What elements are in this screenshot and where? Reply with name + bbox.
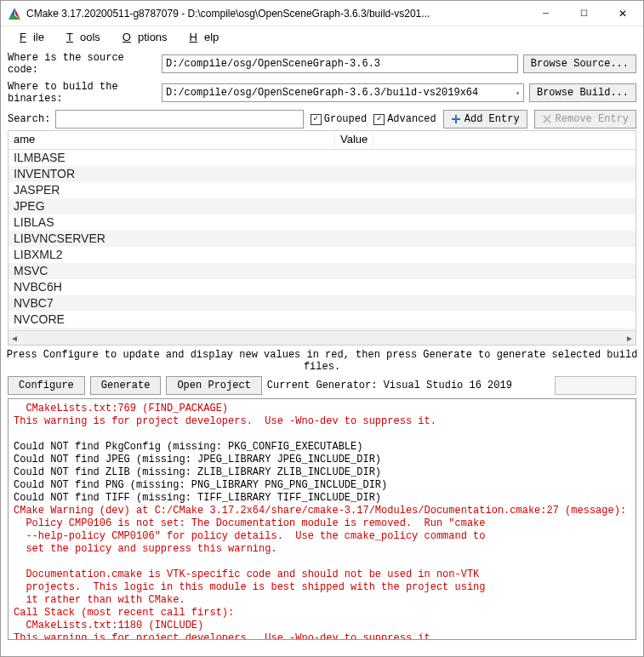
window-title: CMake 3.17.20200511-g8787079 - D:\compil… [26,8,527,20]
configure-button[interactable]: Configure [8,376,85,395]
close-button[interactable]: ✕ [603,1,641,26]
advanced-label: Advanced [387,113,436,125]
hint-text: Press Configure to update and display ne… [1,346,643,376]
log-line: --help-policy CMP0106" for policy detail… [14,530,486,542]
scroll-left-icon[interactable]: ◄ [10,334,19,343]
remove-entry-button[interactable]: Remove Entry [534,110,636,129]
log-line: Could NOT find JPEG (missing: JPEG_LIBRA… [14,454,381,466]
search-row: Search: ✓ Grouped ✓ Advanced Add Entry R… [8,110,636,129]
add-entry-label: Add Entry [464,113,520,125]
cache-table: ame Value ILMBASE INVENTOR JASPER JPEG L… [8,130,636,346]
action-row: Configure Generate Open Project Current … [1,376,643,395]
build-row: Where to build the binaries: D:/compile/… [8,81,636,105]
table-row[interactable]: MSVC [9,263,635,279]
log-line: Could NOT find TIFF (missing: TIFF_LIBRA… [14,492,381,504]
horizontal-scrollbar[interactable]: ◄ ► [9,330,635,345]
progress-well [555,376,636,395]
log-line: projects. This logic in this module is b… [14,581,486,593]
generate-button[interactable]: Generate [90,376,162,395]
svg-rect-4 [452,118,460,120]
table-row[interactable]: NVBC7 [9,295,635,311]
source-path-input[interactable] [162,54,518,73]
table-row[interactable]: JASPER [9,182,635,198]
grouped-checkbox[interactable]: ✓ Grouped [311,113,367,125]
log-line: CMake Warning (dev) at C:/CMake 3.17.2x6… [14,505,626,517]
log-line: Policy CMP0106 is not set: The Documenta… [14,517,486,529]
log-line: Could NOT find ZLIB (missing: ZLIB_LIBRA… [14,466,381,478]
log-line: Could NOT find PNG (missing: PNG_LIBRARY… [14,479,387,491]
log-line: This warning is for project developers. … [14,415,436,427]
menu-tools[interactable]: Tools [53,29,107,45]
browse-source-button[interactable]: Browse Source... [523,54,636,73]
col-name[interactable]: ame [9,131,335,149]
log-line: Call Stack (most recent call first): [14,607,234,619]
table-row[interactable]: LIBVNCSERVER [9,231,635,247]
grouped-label: Grouped [324,113,367,125]
minimize-button[interactable]: ─ [527,1,565,26]
delete-icon [542,114,552,124]
build-path-combo[interactable]: D:/compile/osg/OpenSceneGraph-3.6.3/buil… [162,83,524,102]
table-row[interactable]: LIBLAS [9,214,635,231]
add-entry-button[interactable]: Add Entry [443,110,527,129]
cmake-logo-icon [8,7,21,20]
log-line: CMakeLists.txt:769 (FIND_PACKAGE) [14,403,228,414]
menu-help[interactable]: Help [176,29,226,45]
log-line: it rather than with CMake. [14,594,185,606]
table-row[interactable]: JPEG [9,198,635,214]
table-row[interactable]: NVCORE [9,311,635,328]
advanced-checkbox[interactable]: ✓ Advanced [373,113,436,125]
menu-bar: File Tools Options Help [1,26,643,47]
table-row[interactable]: ILMBASE [9,150,635,166]
open-project-button[interactable]: Open Project [166,376,261,395]
table-row[interactable]: LIBXML2 [9,247,635,263]
current-generator-label: Current Generator: Visual Studio 16 2019 [267,380,512,391]
output-log[interactable]: CMakeLists.txt:769 (FIND_PACKAGE) This w… [8,398,636,640]
menu-file[interactable]: File [6,29,51,45]
menu-options[interactable]: Options [109,29,174,45]
table-header: ame Value [9,131,635,150]
search-label: Search: [8,113,48,125]
remove-entry-label: Remove Entry [556,113,629,125]
log-line: Documentation.cmake is VTK-specific code… [14,568,479,580]
build-label: Where to build the binaries: [8,81,157,105]
log-line: This warning is for project developers. … [14,632,436,640]
log-line: Could NOT find PkgConfig (missing: PKG_C… [14,441,362,453]
browse-build-button[interactable]: Browse Build... [529,83,636,102]
table-row[interactable]: INVENTOR [9,166,635,182]
checkbox-checked-icon: ✓ [373,114,385,125]
source-label: Where is the source code: [8,52,157,76]
table-body[interactable]: ILMBASE INVENTOR JASPER JPEG LIBLAS LIBV… [9,150,635,330]
chevron-down-icon: ▾ [516,89,520,97]
col-value[interactable]: Value [335,131,373,149]
log-line: set the policy and suppress this warning… [14,543,277,555]
scroll-right-icon[interactable]: ► [625,334,634,343]
checkbox-checked-icon: ✓ [311,114,322,125]
title-bar: CMake 3.17.20200511-g8787079 - D:\compil… [1,1,643,26]
maximize-button[interactable]: ☐ [565,1,603,26]
source-row: Where is the source code: Browse Source.… [8,52,636,76]
table-row[interactable]: NVBC6H [9,279,635,295]
search-input[interactable] [55,110,304,129]
plus-icon [451,114,461,124]
build-path-value: D:/compile/osg/OpenSceneGraph-3.6.3/buil… [166,87,478,99]
log-line: CMakeLists.txt:1180 (INCLUDE) [14,620,203,631]
